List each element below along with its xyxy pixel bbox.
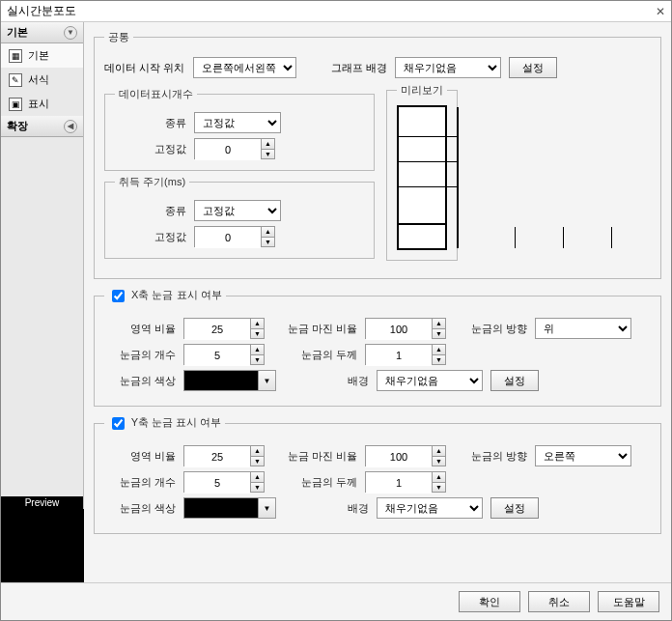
close-icon[interactable]: ✕ (656, 5, 665, 18)
x-bg-settings-button[interactable]: 설정 (490, 370, 539, 391)
x-area-label: 영역 비율 (104, 322, 176, 336)
color-swatch (184, 371, 258, 390)
preview-chart (397, 105, 447, 250)
chevron-down-icon[interactable]: ▼ (258, 498, 275, 518)
grid-icon: ▦ (9, 49, 22, 63)
x-dir-select[interactable]: 위 (535, 318, 631, 339)
preview-label: Preview (1, 496, 83, 509)
data-start-label: 데이터 시작 위치 (104, 61, 185, 75)
acq-legend: 취득 주기(ms) (115, 175, 189, 189)
group-common-legend: 공통 (104, 30, 133, 44)
x-bg-select[interactable]: 채우기없음 (377, 370, 483, 391)
spin-down-icon[interactable]: ▼ (262, 238, 274, 247)
document-icon: ✎ (9, 73, 22, 87)
chevron-left-icon: ◀ (64, 120, 77, 133)
y-area-spinner[interactable]: ▲▼ (183, 445, 265, 466)
chevron-down-icon[interactable]: ▼ (258, 371, 275, 390)
y-bg-select[interactable]: 채우기없음 (377, 497, 483, 519)
dc-fixed-input[interactable] (195, 139, 261, 160)
acq-fixed-label: 고정값 (115, 230, 186, 244)
group-display-count: 데이터표시개수 종류 고정값 고정값 ▲▼ (104, 87, 375, 171)
x-color-label: 눈금의 색상 (104, 374, 176, 388)
x-margin-spinner[interactable]: ▲▼ (365, 318, 446, 339)
y-thick-spinner[interactable]: ▲▼ (365, 471, 446, 493)
y-margin-label: 눈금 마진 비율 (272, 449, 357, 464)
data-start-select[interactable]: 오른쪽에서왼쪽 (193, 57, 296, 78)
x-margin-label: 눈금 마진 비율 (272, 322, 357, 336)
spin-down-icon[interactable]: ▼ (262, 150, 274, 159)
preview-legend: 미리보기 (397, 83, 447, 98)
y-count-spinner[interactable]: ▲▼ (183, 471, 265, 493)
x-color-picker[interactable]: ▼ (183, 370, 276, 391)
dc-fixed-spinner[interactable]: ▲▼ (194, 138, 275, 159)
xaxis-enable-checkbox[interactable] (112, 290, 125, 302)
y-area-label: 영역 비율 (104, 449, 176, 464)
x-thick-label: 눈금의 두께 (272, 348, 357, 362)
group-common: 공통 데이터 시작 위치 오른쪽에서왼쪽 그래프 배경 채우기없음 설정 데이터… (94, 30, 661, 279)
display-count-legend: 데이터표시개수 (115, 87, 197, 101)
sidebar-item-display[interactable]: ▣ 표시 (1, 92, 83, 116)
y-bg-label: 배경 (284, 501, 369, 516)
graph-bg-select[interactable]: 채우기없음 (395, 57, 501, 78)
x-count-spinner[interactable]: ▲▼ (183, 344, 265, 365)
x-count-label: 눈금의 개수 (104, 348, 176, 362)
spin-up-icon[interactable]: ▲ (262, 139, 274, 150)
x-dir-label: 눈금의 방향 (454, 322, 527, 336)
main-panel: 공통 데이터 시작 위치 오른쪽에서왼쪽 그래프 배경 채우기없음 설정 데이터… (84, 22, 671, 582)
y-color-label: 눈금의 색상 (104, 501, 176, 516)
sidebar-preview: Preview (1, 496, 83, 582)
x-bg-label: 배경 (284, 374, 369, 388)
sidebar-header-basic[interactable]: 기본 ▼ (1, 22, 83, 43)
dc-type-label: 종류 (115, 116, 186, 130)
group-preview: 미리보기 (386, 83, 458, 261)
x-thick-spinner[interactable]: ▲▼ (365, 344, 446, 365)
ok-button[interactable]: 확인 (459, 591, 520, 612)
sidebar-item-basic[interactable]: ▦ 기본 (1, 43, 83, 68)
help-button[interactable]: 도움말 (598, 591, 659, 612)
graph-bg-settings-button[interactable]: 설정 (509, 57, 557, 78)
y-dir-select[interactable]: 오른쪽 (535, 445, 631, 466)
sidebar-item-format[interactable]: ✎ 서식 (1, 68, 83, 92)
yaxis-legend: Y축 눈금 표시 여부 (104, 414, 225, 433)
yaxis-enable-checkbox[interactable] (112, 417, 125, 430)
dc-type-select[interactable]: 고정값 (194, 112, 281, 133)
group-yaxis: Y축 눈금 표시 여부 영역 비율 ▲▼ 눈금 마진 비율 ▲▼ 눈금의 방향 … (94, 414, 661, 534)
acq-fixed-spinner[interactable]: ▲▼ (194, 226, 275, 247)
x-area-spinner[interactable]: ▲▼ (183, 318, 265, 339)
cancel-button[interactable]: 취소 (528, 591, 590, 612)
y-bg-settings-button[interactable]: 설정 (490, 497, 539, 519)
group-xaxis: X축 눈금 표시 여부 영역 비율 ▲▼ 눈금 마진 비율 ▲▼ 눈금의 방향 … (94, 287, 661, 407)
spin-up-icon[interactable]: ▲ (262, 227, 274, 238)
window-title: 실시간분포도 (7, 3, 76, 19)
acq-fixed-input[interactable] (195, 227, 261, 248)
sidebar: 기본 ▼ ▦ 기본 ✎ 서식 ▣ 표시 확장 ◀ Preview (1, 22, 84, 582)
color-swatch (184, 498, 258, 518)
dc-fixed-label: 고정값 (115, 142, 186, 156)
chevron-down-icon: ▼ (64, 26, 77, 40)
dialog-footer: 확인 취소 도움말 (1, 582, 671, 620)
y-margin-spinner[interactable]: ▲▼ (365, 445, 446, 466)
preview-thumbnail (1, 509, 84, 582)
acq-type-select[interactable]: 고정값 (194, 200, 281, 221)
y-count-label: 눈금의 개수 (104, 475, 176, 490)
group-acq-period: 취득 주기(ms) 종류 고정값 고정값 ▲▼ (104, 175, 375, 259)
y-color-picker[interactable]: ▼ (183, 497, 276, 519)
y-thick-label: 눈금의 두께 (272, 475, 357, 490)
y-dir-label: 눈금의 방향 (454, 449, 527, 464)
acq-type-label: 종류 (115, 204, 186, 218)
graph-bg-label: 그래프 배경 (331, 61, 387, 75)
sidebar-header-ext[interactable]: 확장 ◀ (1, 116, 83, 137)
dialog-window: 실시간분포도 ✕ 기본 ▼ ▦ 기본 ✎ 서식 ▣ 표시 확장 ◀ (0, 0, 672, 621)
xaxis-legend: X축 눈금 표시 여부 (104, 287, 226, 305)
title-bar: 실시간분포도 ✕ (1, 1, 671, 22)
page-icon: ▣ (9, 98, 22, 111)
